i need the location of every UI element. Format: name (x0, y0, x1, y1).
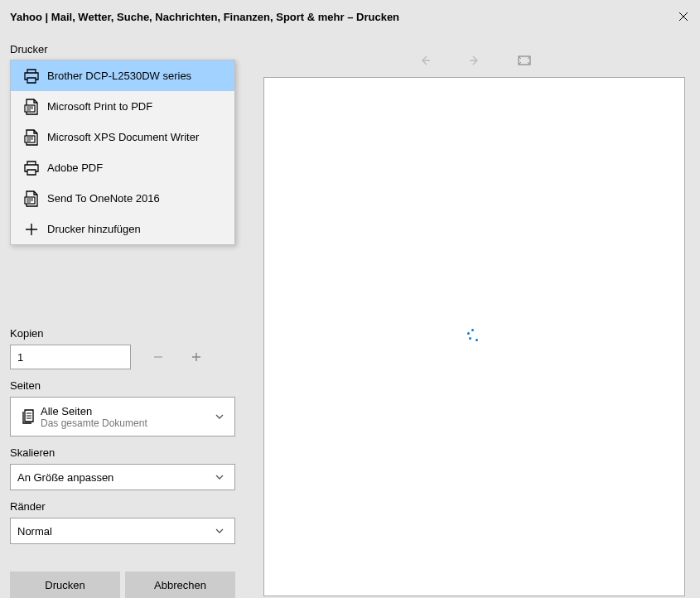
printer-option[interactable]: Brother DCP-L2530DW series (11, 60, 234, 91)
printer-dropdown: Brother DCP-L2530DW seriesMicrosoft Prin… (10, 60, 235, 245)
printer-icon (19, 69, 44, 84)
printer-option[interactable]: Drucker hinzufügen (11, 214, 234, 244)
fit-page-button[interactable] (516, 52, 533, 69)
printer-option[interactable]: Send To OneNote 2016 (11, 183, 234, 214)
minus-icon (152, 351, 164, 363)
pdf-icon (19, 129, 44, 146)
chevron-down-icon (211, 526, 228, 536)
loading-spinner-icon (466, 329, 483, 345)
printer-icon (19, 161, 44, 176)
scaling-select-value: An Größe anpassen (17, 471, 211, 484)
pages-select-sub: Das gesamte Dokument (41, 417, 211, 429)
printer-option[interactable]: Microsoft Print to PDF (11, 91, 234, 122)
printer-option-label: Microsoft Print to PDF (44, 100, 152, 113)
pages-select[interactable]: Alle Seiten Das gesamte Dokument (10, 397, 235, 436)
printer-option-label: Drucker hinzufügen (44, 223, 141, 235)
window-title: Yahoo | Mail, Wetter, Suche, Nachrichten… (10, 11, 667, 23)
close-button[interactable] (667, 0, 700, 33)
margins-select[interactable]: Normal (10, 518, 235, 544)
chevron-down-icon (211, 472, 228, 482)
cancel-button[interactable]: Abbrechen (125, 571, 235, 598)
copies-increment[interactable] (186, 346, 207, 368)
printer-option-label: Brother DCP-L2530DW series (44, 70, 191, 82)
pages-icon (17, 408, 41, 425)
add-icon (19, 222, 44, 237)
copies-decrement[interactable] (147, 346, 169, 368)
margins-select-value: Normal (17, 525, 211, 538)
printer-option-label: Microsoft XPS Document Writer (44, 131, 199, 143)
close-icon (678, 12, 688, 22)
plus-icon (191, 351, 202, 363)
arrow-right-icon (468, 54, 481, 67)
title-bar: Yahoo | Mail, Wetter, Suche, Nachrichten… (0, 0, 700, 33)
printer-option[interactable]: Microsoft XPS Document Writer (11, 122, 234, 152)
chevron-down-icon (211, 412, 228, 422)
printer-option-label: Adobe PDF (44, 162, 103, 174)
printer-option[interactable]: Adobe PDF (11, 152, 234, 183)
scaling-select[interactable]: An Größe anpassen (10, 464, 235, 490)
preview-toolbar (257, 46, 692, 75)
arrow-left-icon (418, 54, 432, 67)
printer-option-label: Send To OneNote 2016 (44, 192, 160, 205)
next-page-button[interactable] (466, 52, 483, 69)
copies-input[interactable] (10, 345, 131, 369)
pdf-icon (19, 99, 44, 115)
pages-select-main: Alle Seiten (41, 405, 211, 417)
fit-icon (518, 55, 531, 65)
preview-page (263, 77, 685, 596)
print-button[interactable]: Drucken (10, 571, 120, 598)
prev-page-button[interactable] (417, 52, 433, 69)
pdf-icon (19, 190, 44, 207)
